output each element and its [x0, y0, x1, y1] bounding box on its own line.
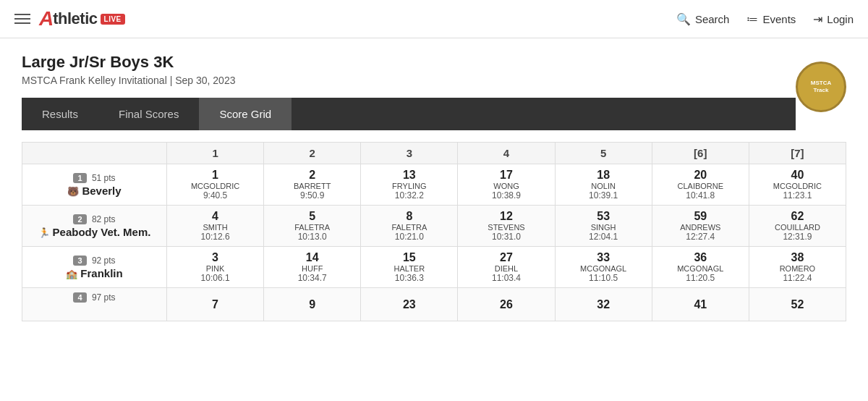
- runner-time: 10:32.2: [364, 190, 454, 200]
- team-icon: 🐻: [67, 186, 79, 197]
- runner-cell: 3 PINK 10:06.1: [167, 247, 264, 288]
- runner-number: 8: [364, 210, 454, 223]
- table-row: 1 51 pts 🐻Beverly 1 MCGOLDRIC 9:40.5 2 B…: [22, 164, 846, 206]
- team-pts: 3 92 pts: [25, 256, 163, 266]
- logo-thletic: thletic: [53, 9, 97, 28]
- search-label: Search: [695, 13, 730, 25]
- runner-number: 9: [267, 298, 357, 311]
- login-icon: ⇥: [813, 12, 822, 26]
- runner-number: 12: [461, 210, 551, 223]
- col-header-7: [7]: [749, 143, 846, 164]
- runner-name: HALTER: [364, 264, 454, 273]
- runner-cell: 20 CLAIBORNE 10:41.8: [652, 164, 749, 206]
- runner-number: 26: [461, 298, 551, 311]
- runner-time: 10:21.0: [364, 232, 454, 242]
- runner-cell: 33 MCGONAGL 11:10.5: [555, 247, 652, 288]
- logo-a: A: [39, 7, 53, 30]
- runner-cell: 7: [167, 288, 264, 321]
- team-pts: 1 51 pts: [25, 173, 163, 183]
- table-row: 2 82 pts 🏃Peabody Vet. Mem. 4 SMITH 10:1…: [22, 206, 846, 247]
- header: A thletic LIVE 🔍 Search ≔ Events ⇥ Login: [0, 0, 868, 38]
- runner-cell: 38 ROMERO 11:22.4: [749, 247, 846, 288]
- team-cell: 2 82 pts 🏃Peabody Vet. Mem.: [22, 206, 167, 247]
- badge-text: MSTCATrack: [811, 80, 831, 93]
- runner-time: 10:38.9: [461, 190, 551, 200]
- runner-name: ROMERO: [752, 264, 843, 273]
- search-nav[interactable]: 🔍 Search: [676, 12, 730, 26]
- runner-time: 10:36.3: [364, 273, 454, 283]
- page-content: Large Jr/Sr Boys 3K MSTCA Frank Kelley I…: [0, 38, 868, 336]
- runner-name: HUFF: [267, 264, 357, 273]
- col-header-6: [6]: [652, 143, 749, 164]
- runner-cell: 5 FALETRA 10:13.0: [264, 206, 361, 247]
- team-rank-badge: 3: [73, 256, 86, 266]
- team-rank-badge: 2: [73, 214, 86, 224]
- runner-time: 12:27.4: [655, 232, 746, 242]
- runner-name: SMITH: [170, 223, 260, 232]
- events-label: Events: [762, 13, 796, 25]
- table-row: 4 97 pts 7 9 23 26 32 41: [22, 288, 846, 321]
- tab-final-scores[interactable]: Final Scores: [98, 98, 199, 130]
- runner-number: 1: [170, 169, 260, 182]
- table-row: 3 92 pts 🏫Franklin 3 PINK 10:06.1 14 HUF…: [22, 247, 846, 288]
- association-badge: MSTCATrack: [796, 62, 846, 112]
- runner-number: 52: [752, 298, 843, 311]
- runner-name: FALETRA: [364, 223, 454, 232]
- runner-cell: 52: [749, 288, 846, 321]
- runner-name: FALETRA: [267, 223, 357, 232]
- runner-name: FRYLING: [364, 182, 454, 190]
- runner-cell: 13 FRYLING 10:32.2: [361, 164, 458, 206]
- col-header-3: 3: [361, 143, 458, 164]
- runner-cell: 62 COUILLARD 12:31.9: [749, 206, 846, 247]
- login-nav[interactable]: ⇥ Login: [813, 12, 854, 26]
- team-cell: 4 97 pts: [22, 288, 167, 321]
- runner-name: COUILLARD: [752, 223, 843, 232]
- runner-cell: 59 ANDREWS 12:27.4: [652, 206, 749, 247]
- runner-number: 5: [267, 210, 357, 223]
- runner-number: 41: [655, 298, 746, 311]
- team-pts: 2 82 pts: [25, 214, 163, 224]
- runner-number: 14: [267, 251, 357, 264]
- login-label: Login: [827, 13, 854, 25]
- logo[interactable]: A thletic LIVE: [39, 7, 125, 30]
- tab-results[interactable]: Results: [22, 98, 98, 130]
- runner-time: 9:40.5: [170, 190, 260, 200]
- runner-number: 33: [558, 251, 649, 264]
- runner-time: 11:10.5: [558, 273, 649, 283]
- logo-live-badge: LIVE: [101, 14, 125, 25]
- runner-number: 59: [655, 210, 746, 223]
- team-cell: 1 51 pts 🐻Beverly: [22, 164, 167, 206]
- events-nav[interactable]: ≔ Events: [746, 12, 796, 26]
- col-header-2: 2: [264, 143, 361, 164]
- runner-cell: 26: [458, 288, 555, 321]
- runner-number: 23: [364, 298, 454, 311]
- runner-name: STEVENS: [461, 223, 551, 232]
- runner-cell: 41: [652, 288, 749, 321]
- runner-cell: 12 STEVENS 10:31.0: [458, 206, 555, 247]
- team-icon: 🏫: [66, 269, 77, 279]
- tab-score-grid[interactable]: Score Grid: [199, 98, 292, 130]
- runner-cell: 23: [361, 288, 458, 321]
- runner-number: 4: [170, 210, 260, 223]
- event-header: Large Jr/Sr Boys 3K MSTCA Frank Kelley I…: [22, 53, 846, 86]
- team-rank-badge: 1: [73, 173, 86, 183]
- runner-name: MCGONAGL: [655, 264, 746, 273]
- runner-time: 10:41.8: [655, 190, 746, 200]
- runner-cell: 4 SMITH 10:12.6: [167, 206, 264, 247]
- runner-time: 11:22.4: [752, 273, 843, 283]
- runner-number: 17: [461, 169, 551, 182]
- hamburger-menu[interactable]: [14, 14, 30, 24]
- runner-name: MCGOLDRIC: [752, 182, 843, 190]
- team-pts: 4 97 pts: [25, 292, 163, 303]
- runner-name: CLAIBORNE: [655, 182, 746, 190]
- runner-cell: 15 HALTER 10:36.3: [361, 247, 458, 288]
- runner-number: 20: [655, 169, 746, 182]
- runner-number: 15: [364, 251, 454, 264]
- col-header-5: 5: [555, 143, 652, 164]
- runner-cell: 53 SINGH 12:04.1: [555, 206, 652, 247]
- runner-number: 40: [752, 169, 843, 182]
- runner-time: 11:23.1: [752, 190, 843, 200]
- table-header-row: 1 2 3 4 5 [6] [7]: [22, 143, 846, 164]
- runner-name: WONG: [461, 182, 551, 190]
- runner-number: 27: [461, 251, 551, 264]
